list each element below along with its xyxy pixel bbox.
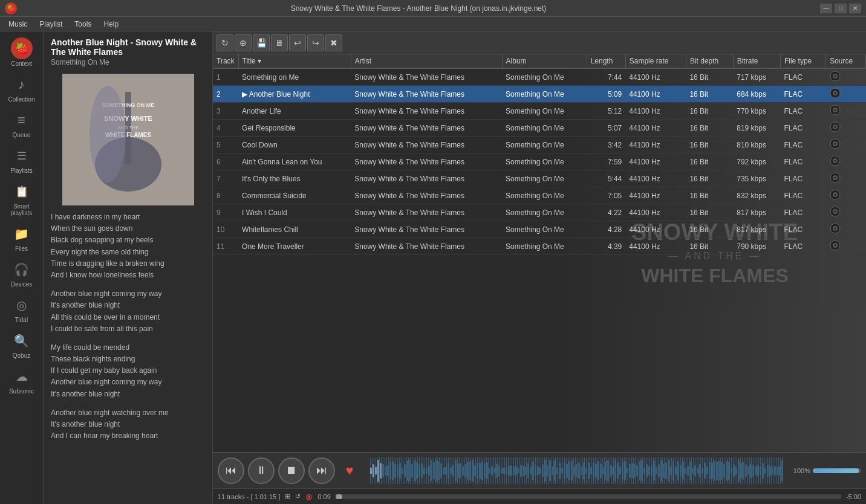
svg-rect-95	[498, 465, 500, 476]
track-artist: Snowy White & The White Flames	[351, 86, 502, 103]
track-length: 4:28	[587, 221, 625, 238]
svg-rect-144	[617, 462, 619, 479]
table-row[interactable]: 5 Cool Down Snowy White & The White Flam…	[213, 137, 866, 153]
svg-rect-134	[593, 463, 594, 479]
volume-fill	[813, 468, 859, 473]
pause-button[interactable]: ⏸	[248, 457, 275, 484]
toolbar-edit-button[interactable]: 🖥	[271, 34, 288, 51]
table-row[interactable]: 9 I Wish I Could Snowy White & The White…	[213, 204, 866, 221]
prev-button[interactable]: ⏮	[218, 457, 244, 484]
svg-rect-108	[530, 467, 532, 474]
svg-rect-110	[535, 465, 536, 476]
svg-rect-184	[714, 460, 715, 481]
svg-rect-155	[643, 468, 645, 474]
track-number: 4	[213, 120, 238, 137]
svg-rect-190	[728, 461, 730, 479]
sidebar-item-collection[interactable]: ♪ Collection	[1, 71, 42, 106]
svg-rect-125	[571, 460, 573, 480]
svg-rect-115	[547, 465, 549, 476]
table-row[interactable]: 3 Another Life Snowy White & The White F…	[213, 103, 866, 120]
sidebar-item-playlists[interactable]: ☰ Playlists	[1, 142, 42, 178]
close-button[interactable]: ✕	[849, 4, 861, 13]
sidebar-item-subsonic[interactable]: ☁ Subsonic	[1, 363, 42, 398]
track-sample-rate: 44100 Hz	[625, 68, 686, 86]
track-sample-rate: 44100 Hz	[625, 137, 686, 153]
table-row[interactable]: 8 Commercial Suicide Snowy White & The W…	[213, 187, 866, 204]
waveform-svg	[370, 457, 784, 484]
sidebar-label-queue: Queue	[12, 132, 30, 138]
track-bit-depth: 16 Bit	[686, 221, 733, 238]
toolbar-redo-button[interactable]: ↪	[307, 34, 324, 51]
table-row[interactable]: 10 Whiteflames Chill Snowy White & The W…	[213, 221, 866, 238]
track-album: Something On Me	[502, 170, 587, 187]
svg-rect-140	[607, 460, 609, 480]
status-icon-1[interactable]: ⊞	[285, 493, 290, 500]
sidebar-item-queue[interactable]: ≡ Queue	[1, 106, 42, 142]
sidebar-item-tidal[interactable]: ◎ Tidal	[1, 291, 42, 327]
menu-playlist[interactable]: Playlist	[33, 19, 68, 30]
toolbar-undo-button[interactable]: ↩	[289, 34, 306, 51]
sidebar-label-tidal: Tidal	[15, 317, 28, 323]
menu-music[interactable]: Music	[2, 19, 33, 30]
track-artist: Snowy White & The White Flames	[351, 238, 502, 255]
svg-rect-73	[445, 467, 447, 474]
like-button[interactable]: ♥	[339, 460, 360, 482]
stop-button[interactable]: ⏹	[278, 457, 305, 484]
svg-point-38	[834, 228, 836, 230]
table-row[interactable]: 4 Get Responsible Snowy White & The Whit…	[213, 120, 866, 137]
toolbar-clear-button[interactable]: ✖	[325, 34, 342, 51]
sidebar-item-qobuz[interactable]: 🔍 Qobuz	[1, 327, 42, 363]
svg-rect-119	[556, 467, 558, 473]
status-icon-2[interactable]: ↺	[295, 493, 301, 500]
progress-bar[interactable]	[336, 494, 841, 499]
svg-rect-203	[760, 467, 761, 474]
svg-rect-169	[677, 461, 679, 480]
svg-rect-97	[503, 467, 505, 473]
table-row[interactable]: 11 One More Traveller Snowy White & The …	[213, 238, 866, 255]
toolbar-rescan-button[interactable]: ↻	[217, 34, 233, 51]
waveform-display[interactable]	[370, 457, 784, 484]
table-row[interactable]: 2 ▶ Another Blue Night Snowy White & The…	[213, 86, 866, 103]
svg-rect-72	[443, 467, 444, 473]
table-row[interactable]: 7 It's Only the Blues Snowy White & The …	[213, 170, 866, 187]
svg-rect-160	[656, 467, 657, 474]
track-bitrate: 817 kbps	[733, 221, 780, 238]
svg-rect-60	[414, 460, 415, 481]
sidebar-item-context[interactable]: 🍓 Context	[1, 34, 42, 71]
toolbar-add-button[interactable]: ⊕	[235, 34, 252, 51]
toolbar-save-button[interactable]: 💾	[253, 34, 270, 51]
track-album: Something On Me	[502, 153, 587, 170]
menu-tools[interactable]: Tools	[68, 19, 97, 30]
status-icon-stop[interactable]: ⊗	[305, 492, 313, 502]
track-sample-rate: 44100 Hz	[625, 86, 686, 103]
tracklist: Track Title ▾ Artist Album Length Sample…	[213, 54, 866, 255]
maximize-button[interactable]: □	[835, 4, 847, 13]
sidebar-item-smart-playlists[interactable]: 📋 Smart playlists	[1, 178, 42, 220]
svg-rect-165	[668, 460, 669, 481]
volume-bar[interactable]	[813, 468, 861, 473]
svg-rect-46	[380, 463, 382, 479]
minimize-button[interactable]: —	[820, 4, 832, 13]
svg-rect-201	[755, 467, 757, 475]
sidebar-item-files[interactable]: 📁 Files	[1, 220, 42, 256]
sidebar-item-devices[interactable]: 🎧 Devices	[1, 256, 42, 291]
menu-help[interactable]: Help	[97, 19, 125, 30]
svg-rect-193	[735, 467, 737, 474]
track-album: Something On Me	[502, 204, 587, 221]
svg-rect-105	[523, 465, 524, 476]
track-bit-depth: 16 Bit	[686, 187, 733, 204]
svg-rect-85	[474, 465, 476, 476]
source-icon	[830, 240, 841, 251]
svg-rect-142	[612, 467, 614, 474]
table-row[interactable]: 1 Something on Me Snowy White & The Whit…	[213, 68, 866, 86]
track-artist: Snowy White & The White Flames	[351, 137, 502, 153]
track-length: 7:05	[587, 187, 625, 204]
svg-rect-61	[416, 462, 418, 479]
source-icon	[830, 155, 841, 166]
svg-rect-42	[370, 467, 372, 473]
svg-rect-171	[682, 462, 684, 479]
svg-rect-167	[672, 460, 674, 480]
next-button[interactable]: ⏭	[308, 457, 335, 484]
table-row[interactable]: 6 Ain't Gonna Lean on You Snowy White & …	[213, 153, 866, 170]
qobuz-icon: 🔍	[11, 331, 32, 351]
